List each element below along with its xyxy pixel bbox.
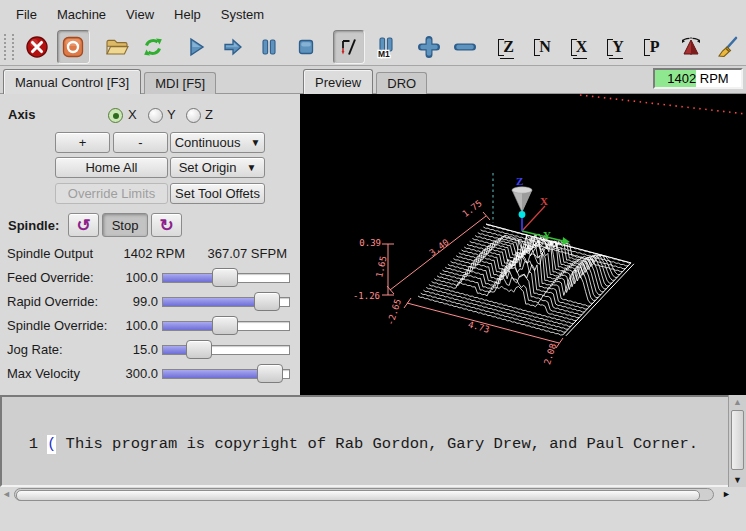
gcode-line: 1( This program is copyright of Rab Gord…	[2, 435, 744, 454]
view-z-rotated-button[interactable]: N	[529, 30, 562, 64]
home-all-button[interactable]: Home All	[55, 157, 168, 178]
feed-override-value: 100.0	[125, 270, 158, 285]
rotate-view-button[interactable]	[675, 30, 708, 64]
axis-z-letter: Z	[516, 175, 523, 187]
rapid-override-slider[interactable]	[162, 292, 290, 312]
max-velocity-label: Max Velocity	[7, 366, 80, 381]
x-length-label: 4.73	[467, 319, 491, 334]
tab-manual-control[interactable]: Manual Control [F3]	[3, 69, 141, 94]
pause-program-button[interactable]	[253, 30, 286, 64]
view-y-button[interactable]: Y	[602, 30, 635, 64]
clear-plot-button[interactable]	[711, 30, 744, 64]
run-program-button[interactable]	[180, 30, 213, 64]
machine-power-button[interactable]	[57, 30, 90, 64]
view-x-button[interactable]: X	[565, 30, 598, 64]
y-length-label: 3.40	[428, 237, 451, 258]
jog-rate-value: 15.0	[133, 342, 158, 357]
optional-stop-button[interactable]: M1	[369, 30, 402, 64]
view-perspective-button[interactable]: P	[638, 30, 671, 64]
menu-system[interactable]: System	[211, 3, 274, 26]
run-icon	[184, 35, 208, 59]
tab-preview[interactable]: Preview	[303, 69, 373, 94]
feed-override-row: Feed Override: 100.0	[0, 266, 300, 290]
tab-mdi[interactable]: MDI [F5]	[144, 72, 216, 94]
spindle-ccw-icon: ↺	[76, 217, 90, 234]
scroll-left-arrow[interactable]: ◄	[2, 489, 11, 499]
view-x-icon: X	[570, 35, 594, 59]
toolbar-drag-handle[interactable]	[4, 34, 14, 60]
estop-button[interactable]	[21, 30, 54, 64]
gcode-vertical-scrollbar[interactable]: ▲ ▼	[728, 395, 746, 487]
gcode-horizontal-scrollbar[interactable]: ◄ ►	[0, 487, 746, 503]
menu-help[interactable]: Help	[164, 3, 211, 26]
slider-handle[interactable]	[186, 340, 212, 359]
tab-dro[interactable]: DRO	[376, 72, 427, 94]
right-notebook-tabs: Preview DRO 1402 RPM	[300, 66, 746, 94]
broom-icon	[716, 35, 740, 59]
spindle-override-slider[interactable]	[162, 316, 290, 336]
max-velocity-slider[interactable]	[162, 364, 290, 384]
reload-file-button[interactable]	[137, 30, 170, 64]
set-origin-dropdown[interactable]: Set Origin ▼	[170, 157, 265, 178]
block-delete-button[interactable]	[333, 30, 366, 64]
view-y-icon: Y	[606, 35, 630, 59]
chevron-down-icon: ▼	[250, 137, 260, 148]
step-line-button[interactable]	[217, 30, 250, 64]
jog-minus-button[interactable]: -	[113, 132, 168, 153]
view-z-button[interactable]: Z	[492, 30, 525, 64]
z-max-label: 0.39	[359, 238, 381, 248]
spindle-rpm-indicator: 1402 RPM	[653, 68, 743, 89]
jog-increment-dropdown[interactable]: Continuous ▼	[170, 132, 265, 153]
gcode-listing[interactable]: 1( This program is copyright of Rab Gord…	[0, 395, 746, 487]
axis-x-letter: X	[540, 195, 548, 207]
axis-radio-y-label: Y	[167, 107, 176, 122]
zoom-out-button[interactable]	[449, 30, 482, 64]
slider-trough[interactable]	[162, 345, 290, 355]
rotate-cone-icon	[679, 35, 703, 59]
spindle-forward-button[interactable]: ↻	[151, 213, 182, 237]
slider-handle[interactable]	[212, 316, 238, 335]
spindle-override-row: Spindle Override: 100.0	[0, 314, 300, 338]
active-char-highlight: (	[47, 435, 56, 454]
set-tool-offsets-button[interactable]: Set Tool Offets	[170, 183, 265, 204]
jog-plus-button[interactable]: +	[55, 132, 110, 153]
override-limits-button[interactable]: Override Limits	[55, 183, 168, 204]
jog-rate-row: Jog Rate: 15.0	[0, 338, 300, 362]
menu-machine[interactable]: Machine	[47, 3, 116, 26]
backplot-preview-canvas[interactable]: 0.39 1.65 -1.26 3.40 1.75 -2.65 4.73 2.0…	[300, 94, 746, 395]
slider-handle[interactable]	[212, 268, 238, 287]
jog-rate-slider[interactable]	[162, 340, 290, 360]
axis-radio-y[interactable]	[148, 108, 163, 123]
zoom-in-button[interactable]	[413, 30, 446, 64]
menu-file[interactable]: File	[6, 3, 47, 26]
open-file-button[interactable]	[100, 30, 133, 64]
spindle-output-sfpm: 367.07 SFPM	[208, 246, 288, 261]
horizontal-scroll-trough[interactable]	[14, 488, 714, 501]
set-origin-label: Set Origin	[179, 160, 237, 175]
tool-cone	[512, 187, 532, 218]
axis-radio-x[interactable]	[108, 108, 123, 123]
scroll-down-arrow[interactable]: ▼	[729, 473, 746, 487]
spindle-override-value: 100.0	[125, 318, 158, 333]
vertical-scroll-thumb[interactable]	[731, 410, 744, 470]
slider-handle[interactable]	[257, 364, 283, 383]
menu-view[interactable]: View	[116, 3, 164, 26]
spindle-cw-icon: ↻	[159, 217, 173, 234]
svg-text:M1: M1	[378, 49, 390, 59]
stop-program-button[interactable]	[290, 30, 323, 64]
slider-handle[interactable]	[254, 292, 280, 311]
scroll-up-arrow[interactable]: ▲	[729, 395, 746, 409]
scroll-right-arrow[interactable]: ►	[722, 489, 731, 499]
axis-radio-z[interactable]	[186, 108, 201, 123]
feed-override-slider[interactable]	[162, 268, 290, 288]
horizontal-scroll-thumb[interactable]	[16, 490, 700, 501]
x-min-label: -2.65	[385, 298, 403, 327]
axis-y-letter: Y	[543, 229, 551, 241]
spindle-output-row: Spindle Output 1402 RPM 367.07 SFPM	[0, 242, 300, 266]
estop-icon	[25, 35, 49, 59]
reload-icon	[141, 35, 165, 59]
spindle-stop-button[interactable]: Stop	[102, 213, 148, 237]
left-notebook-tabs: Manual Control [F3] MDI [F5]	[0, 66, 300, 94]
spindle-reverse-button[interactable]: ↺	[68, 213, 99, 237]
machine-power-icon	[61, 35, 85, 59]
